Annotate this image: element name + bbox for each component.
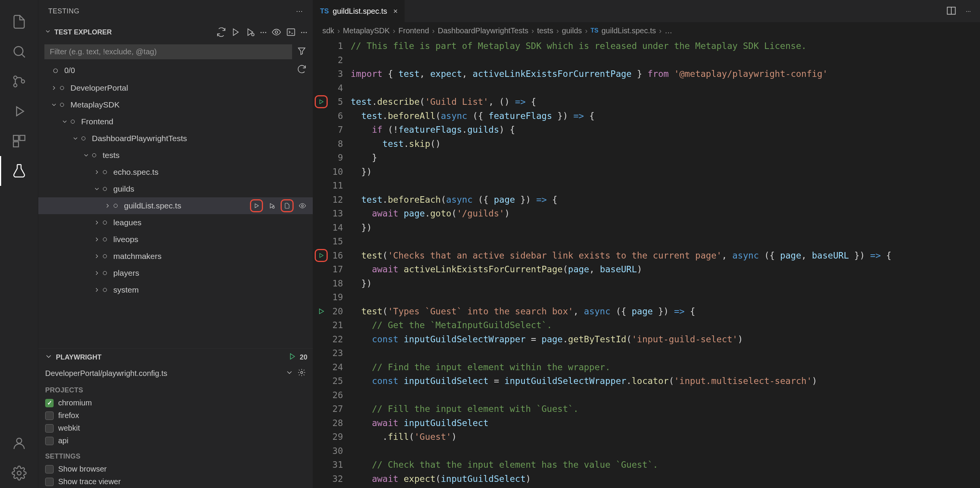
project-chromium[interactable]: chromium bbox=[38, 397, 313, 409]
checkbox[interactable] bbox=[45, 412, 54, 420]
project-webkit[interactable]: webkit bbox=[38, 422, 313, 434]
chevron-right-icon[interactable] bbox=[92, 286, 102, 293]
playwright-header[interactable]: PLAYWRIGHT 20 bbox=[38, 348, 313, 366]
playwright-config-row[interactable]: DeveloperPortal/playwright.config.ts bbox=[38, 366, 313, 381]
activity-explorer[interactable] bbox=[0, 7, 38, 37]
filter-icon[interactable] bbox=[297, 46, 307, 57]
chevron-right-icon[interactable] bbox=[92, 169, 102, 176]
tab-guildlist[interactable]: TS guildList.spec.ts × bbox=[313, 0, 405, 22]
more-actions-chevron[interactable]: ⋯ bbox=[260, 27, 267, 37]
tree-item-guilds[interactable]: guilds bbox=[38, 181, 313, 197]
activity-search[interactable] bbox=[0, 37, 38, 67]
tree-item-leagues[interactable]: leagues bbox=[38, 214, 313, 231]
refresh-tests-icon[interactable] bbox=[216, 27, 226, 37]
chevron-down-icon[interactable] bbox=[285, 368, 294, 379]
tree-item-dashboardplaywrighttests[interactable]: DashboardPlaywrightTests bbox=[38, 130, 313, 147]
tree-item-matchmakers[interactable]: matchmakers bbox=[38, 248, 313, 265]
breadcrumb-segment[interactable]: guilds bbox=[562, 26, 582, 35]
settings-label: SETTINGS bbox=[38, 447, 313, 463]
terminal-icon[interactable] bbox=[286, 27, 296, 37]
breadcrumb-segment[interactable]: guildList.spec.ts bbox=[601, 26, 656, 35]
code-area[interactable]: 1234567891011121314151617181920212223242… bbox=[313, 39, 980, 488]
svg-rect-6 bbox=[13, 142, 18, 147]
tree-item-liveops[interactable]: liveops bbox=[38, 231, 313, 248]
run-test-gutter-icon[interactable] bbox=[315, 305, 328, 318]
run-test-gutter-icon[interactable] bbox=[315, 95, 328, 108]
chevron-right-icon: › bbox=[432, 26, 435, 35]
chevron-right-icon[interactable] bbox=[92, 270, 102, 277]
breadcrumb-segment[interactable]: tests bbox=[537, 26, 553, 35]
sidebar-more-icon[interactable]: ⋯ bbox=[296, 7, 303, 15]
show-output-icon[interactable] bbox=[271, 27, 281, 37]
breadcrumb-segment[interactable]: MetaplaySDK bbox=[343, 26, 390, 35]
project-firefox[interactable]: firefox bbox=[38, 409, 313, 422]
debug-tests-icon[interactable] bbox=[245, 27, 255, 37]
tree-item-metaplaysdk[interactable]: MetaplaySDK bbox=[38, 96, 313, 113]
gear-icon[interactable] bbox=[297, 368, 306, 379]
playwright-config-path: DeveloperPortal/playwright.config.ts bbox=[45, 369, 285, 378]
debug-test-icon[interactable] bbox=[265, 199, 278, 212]
chevron-down-icon[interactable] bbox=[92, 185, 102, 192]
tree-item-label: matchmakers bbox=[113, 252, 309, 261]
checkbox[interactable] bbox=[45, 399, 54, 407]
run-test-gutter-icon[interactable] bbox=[315, 249, 328, 262]
chevron-right-icon[interactable] bbox=[103, 202, 113, 209]
project-api[interactable]: api bbox=[38, 434, 313, 447]
activity-source-control[interactable] bbox=[0, 67, 38, 96]
activity-extensions[interactable] bbox=[0, 126, 38, 156]
checkbox[interactable] bbox=[45, 465, 54, 473]
editor-area: TS guildList.spec.ts × ⋯ sdk›MetaplaySDK… bbox=[313, 0, 980, 488]
tree-item-echo-spec-ts[interactable]: echo.spec.ts bbox=[38, 164, 313, 181]
setting-show-browser[interactable]: Show browser bbox=[38, 463, 313, 475]
chevron-down-icon[interactable] bbox=[49, 101, 59, 108]
chevron-right-icon[interactable] bbox=[92, 219, 102, 226]
tree-item-label: tests bbox=[103, 151, 309, 160]
checkbox[interactable] bbox=[45, 437, 54, 445]
playwright-run-icon[interactable] bbox=[288, 352, 297, 363]
chevron-right-icon[interactable] bbox=[92, 253, 102, 260]
breadcrumbs[interactable]: sdk›MetaplaySDK›Frontend›DashboardPlaywr… bbox=[313, 22, 980, 39]
svg-rect-4 bbox=[13, 135, 18, 140]
activity-settings[interactable] bbox=[0, 458, 38, 488]
svg-point-7 bbox=[16, 438, 21, 443]
filter-input[interactable] bbox=[44, 44, 292, 59]
svg-point-3 bbox=[21, 80, 24, 83]
tree-item-players[interactable]: players bbox=[38, 265, 313, 281]
breadcrumb-segment[interactable]: DashboardPlaywrightTests bbox=[438, 26, 528, 35]
status-circle-icon bbox=[102, 270, 108, 276]
breadcrumb-segment[interactable]: Frontend bbox=[399, 26, 429, 35]
checkbox[interactable] bbox=[45, 424, 54, 433]
editor-more-icon[interactable]: ⋯ bbox=[966, 8, 971, 14]
code-lines[interactable]: // This file is part of Metaplay SDK whi… bbox=[351, 39, 980, 488]
tree-item-label: players bbox=[113, 268, 309, 278]
chevron-right-icon: › bbox=[531, 26, 534, 35]
close-icon[interactable]: × bbox=[393, 7, 398, 16]
tree-item-developerportal[interactable]: DeveloperPortal bbox=[38, 80, 313, 96]
breadcrumb-segment[interactable]: … bbox=[665, 26, 672, 35]
activity-testing[interactable] bbox=[0, 156, 38, 186]
activity-run-debug[interactable] bbox=[0, 96, 38, 126]
tree-item-label: guilds bbox=[113, 184, 309, 194]
reveal-icon[interactable] bbox=[296, 199, 309, 212]
chevron-right-icon[interactable] bbox=[49, 85, 59, 91]
more-icon[interactable]: ⋯ bbox=[301, 27, 307, 37]
tree-item-guildlist-spec-ts[interactable]: guildList.spec.ts bbox=[38, 197, 313, 214]
tree-item-tests[interactable]: tests bbox=[38, 147, 313, 164]
test-explorer-header[interactable]: TEST EXPLORER ⋯ ⋯ bbox=[38, 22, 313, 42]
split-editor-icon[interactable] bbox=[946, 5, 957, 17]
run-all-icon[interactable] bbox=[231, 27, 241, 37]
checkbox[interactable] bbox=[45, 478, 54, 486]
tree-item-system[interactable]: system bbox=[38, 281, 313, 298]
setting-show-trace-viewer[interactable]: Show trace viewer bbox=[38, 475, 313, 488]
activity-accounts[interactable] bbox=[0, 428, 38, 458]
refresh-count-icon[interactable] bbox=[297, 65, 307, 76]
chevron-down-icon[interactable] bbox=[60, 118, 70, 125]
chevron-down-icon[interactable] bbox=[70, 135, 80, 142]
goto-test-icon[interactable] bbox=[281, 199, 294, 212]
playwright-title: PLAYWRIGHT bbox=[56, 353, 288, 361]
run-test-icon[interactable] bbox=[250, 199, 263, 212]
tree-item-frontend[interactable]: Frontend bbox=[38, 113, 313, 130]
breadcrumb-segment[interactable]: sdk bbox=[322, 26, 334, 35]
chevron-down-icon[interactable] bbox=[81, 152, 91, 159]
chevron-right-icon[interactable] bbox=[92, 236, 102, 243]
